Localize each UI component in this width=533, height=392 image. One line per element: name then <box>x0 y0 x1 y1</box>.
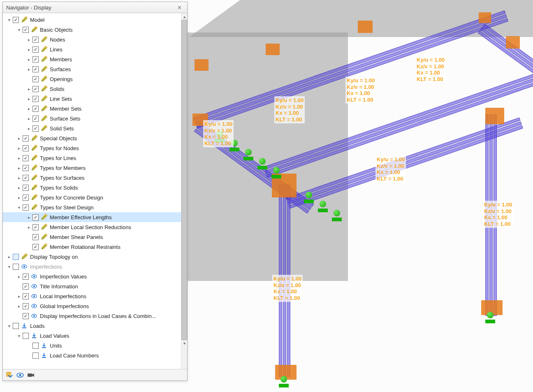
checkbox[interactable]: ✓ <box>32 106 39 112</box>
tree-item[interactable]: ✓Member Rotational Restraints <box>3 242 187 252</box>
tree-item[interactable]: ▸✓Nodes <box>3 35 187 44</box>
chevron-right-icon[interactable]: ▸ <box>26 125 32 131</box>
tree-item[interactable]: ▸✓Types for Solids <box>3 183 187 193</box>
tree-item[interactable]: ▸✓Special Objects <box>3 133 187 143</box>
chevron-right-icon[interactable]: ▸ <box>16 293 22 299</box>
tree-item[interactable]: ▸✓Solids <box>3 84 187 94</box>
chevron-right-icon[interactable]: ▸ <box>16 274 22 279</box>
checkbox[interactable]: ✓ <box>32 234 39 240</box>
checkbox[interactable] <box>13 254 19 260</box>
chevron-down-icon[interactable]: ▾ <box>6 17 12 23</box>
checkbox[interactable]: ✓ <box>32 214 39 220</box>
chevron-right-icon[interactable]: ▸ <box>16 185 22 190</box>
checkbox[interactable]: ✓ <box>13 323 19 329</box>
tree-item[interactable]: ▸✓Types for Surfaces <box>3 173 187 183</box>
chevron-down-icon[interactable]: ▾ <box>16 204 22 210</box>
chevron-right-icon[interactable]: ▸ <box>26 116 32 121</box>
checkbox[interactable]: ✓ <box>32 76 39 82</box>
chevron-right-icon[interactable]: ▸ <box>16 175 22 181</box>
chevron-down-icon[interactable]: ▾ <box>6 264 12 269</box>
tree-item[interactable]: ▸✓Types for Concrete Design <box>3 193 187 202</box>
chevron-right-icon[interactable]: ▸ <box>16 145 22 151</box>
tree-item[interactable]: ▸✓Member Effective Lengths <box>3 212 187 222</box>
chevron-down-icon[interactable]: ▾ <box>16 333 22 339</box>
chevron-down-icon[interactable]: ▾ <box>6 323 12 329</box>
tree-item[interactable]: ▸✓Lines <box>3 44 187 54</box>
chevron-right-icon[interactable]: ▸ <box>26 37 32 42</box>
checkbox[interactable]: ✓ <box>23 135 29 141</box>
navigator-tree[interactable]: ▾✓Model▾✓Basic Objects▸✓Nodes▸✓Lines▸✓Me… <box>3 13 187 369</box>
chevron-right-icon[interactable]: ▸ <box>26 214 32 220</box>
checkbox[interactable]: ✓ <box>23 185 29 191</box>
tree-item[interactable]: ▸✓Line Sets <box>3 94 187 104</box>
checkbox[interactable]: ✓ <box>23 303 29 309</box>
chevron-right-icon[interactable]: ▸ <box>26 86 32 92</box>
tree-item[interactable]: ▾✓Imperfections <box>3 262 187 271</box>
tree-item[interactable]: ✓Member Shear Panels <box>3 232 187 242</box>
tree-item[interactable]: ✓Units <box>3 341 187 350</box>
checkbox[interactable]: ✓ <box>23 283 29 290</box>
chevron-right-icon[interactable]: ▸ <box>26 106 32 111</box>
tree-item[interactable]: ▸✓Member Sets <box>3 104 187 114</box>
checkbox[interactable]: ✓ <box>23 274 29 280</box>
tree-item[interactable]: ▸✓Member Local Section Reductions <box>3 222 187 232</box>
chevron-right-icon[interactable]: ▸ <box>16 303 22 309</box>
chevron-right-icon[interactable]: ▸ <box>16 135 22 141</box>
tree-item[interactable]: ▾✓Loads <box>3 321 187 331</box>
tree-item[interactable]: ✓Title Information <box>3 281 187 291</box>
tree-item[interactable]: ▾✓Types for Steel Design <box>3 202 187 212</box>
checkbox[interactable]: ✓ <box>13 17 19 23</box>
checkbox[interactable]: ✓ <box>23 165 29 171</box>
tree-item[interactable]: ▸✓Global Imperfections <box>3 301 187 311</box>
chevron-right-icon[interactable]: ▸ <box>26 46 32 52</box>
chevron-right-icon[interactable]: ▸ <box>16 195 22 200</box>
tree-item[interactable]: ▸✓Surfaces <box>3 64 187 74</box>
checkbox[interactable]: ✓ <box>23 333 29 339</box>
checkbox[interactable]: ✓ <box>23 204 29 211</box>
checkbox[interactable]: ✓ <box>23 175 29 181</box>
checkbox[interactable]: ✓ <box>32 244 39 250</box>
scrollbar[interactable]: ▴ ▾ <box>181 13 187 369</box>
checkbox[interactable]: ✓ <box>32 125 39 132</box>
tree-item[interactable]: ▸✓Members <box>3 54 187 64</box>
tree-item[interactable]: ▾✓Load Values <box>3 331 187 341</box>
footer-camera-icon[interactable] <box>26 371 36 380</box>
checkbox[interactable]: ✓ <box>23 27 29 33</box>
checkbox[interactable]: ✓ <box>23 195 29 201</box>
checkbox[interactable]: ✓ <box>32 46 39 53</box>
tree-item[interactable]: ▾✓Model <box>3 15 187 25</box>
chevron-right-icon[interactable]: ▸ <box>26 66 32 72</box>
tree-item[interactable]: ✓Openings <box>3 74 187 84</box>
checkbox[interactable]: ✓ <box>23 155 29 161</box>
chevron-right-icon[interactable]: ▸ <box>26 96 32 102</box>
tree-item[interactable]: ▾✓Basic Objects <box>3 25 187 35</box>
chevron-right-icon[interactable]: ▸ <box>26 224 32 230</box>
tree-item[interactable]: ▸✓Surface Sets <box>3 114 187 123</box>
checkbox[interactable]: ✓ <box>32 96 39 102</box>
checkbox[interactable]: ✓ <box>23 313 29 319</box>
checkbox[interactable]: ✓ <box>32 56 39 63</box>
checkbox[interactable]: ✓ <box>32 116 39 122</box>
checkbox[interactable]: ✓ <box>23 293 29 299</box>
checkbox[interactable]: ✓ <box>13 264 19 270</box>
scroll-thumb[interactable] <box>181 20 187 340</box>
tree-item[interactable]: ✓Display Imperfections in Load Cases & C… <box>3 311 187 321</box>
chevron-down-icon[interactable]: ▾ <box>16 27 22 32</box>
checkbox[interactable]: ✓ <box>32 37 39 43</box>
checkbox[interactable]: ✓ <box>32 224 39 230</box>
checkbox[interactable]: ✓ <box>32 66 39 72</box>
tree-item[interactable]: ▸Display Topology on <box>3 252 187 262</box>
checkbox[interactable]: ✓ <box>32 343 39 349</box>
chevron-right-icon[interactable]: ▸ <box>6 254 12 260</box>
chevron-right-icon[interactable]: ▸ <box>26 56 32 62</box>
chevron-right-icon[interactable]: ▸ <box>16 155 22 161</box>
scroll-up-icon[interactable]: ▴ <box>181 13 187 20</box>
tree-item[interactable]: ▸✓Local Imperfections <box>3 291 187 301</box>
close-icon[interactable]: ✕ <box>175 4 184 11</box>
tree-item[interactable]: ✓Load Case Numbers <box>3 350 187 360</box>
tree-item[interactable]: ▸✓Solid Sets <box>3 123 187 133</box>
tree-item[interactable]: ▸✓Types for Members <box>3 163 187 173</box>
tree-item[interactable]: ▸✓Types for Lines <box>3 153 187 163</box>
tree-item[interactable]: ▸✓Imperfection Values <box>3 271 187 281</box>
footer-eye-icon[interactable] <box>15 371 25 380</box>
